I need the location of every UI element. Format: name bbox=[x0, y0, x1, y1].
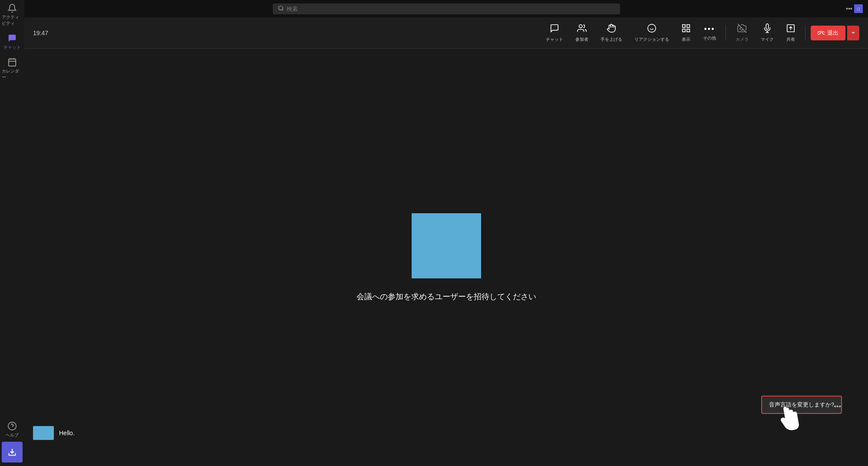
sidebar-item-calendar[interactable]: カレンダー bbox=[0, 54, 24, 84]
more-toolbar-icon: ••• bbox=[704, 25, 715, 34]
raise-hand-label: 手を上げる bbox=[601, 36, 622, 43]
help-label: ヘルプ bbox=[6, 432, 19, 438]
help-icon bbox=[7, 421, 17, 431]
search-input[interactable] bbox=[287, 6, 615, 12]
leave-button[interactable]: 退出 bbox=[811, 26, 845, 40]
more-label: その他 bbox=[703, 35, 716, 41]
react-icon bbox=[647, 23, 657, 35]
toolbar-mic-button[interactable]: マイク bbox=[756, 21, 778, 45]
svg-rect-0 bbox=[9, 59, 16, 66]
view-icon bbox=[681, 23, 691, 35]
window-maximize-button[interactable]: □ bbox=[854, 4, 863, 13]
leave-label: 退出 bbox=[827, 29, 838, 37]
meeting-placeholder: 会議への参加を求めるユーザーを招待してください bbox=[356, 213, 536, 302]
download-button[interactable] bbox=[2, 442, 23, 463]
calendar-icon bbox=[7, 57, 17, 67]
toolbar-actions: チャット 参加者 bbox=[541, 21, 859, 45]
bottom-chat: Hello. bbox=[24, 426, 868, 440]
mic-icon bbox=[762, 23, 772, 35]
sidebar-item-help[interactable]: ヘルプ bbox=[0, 418, 24, 442]
react-label: リアクションする bbox=[634, 36, 669, 43]
svg-line-8 bbox=[282, 9, 283, 10]
svg-point-9 bbox=[579, 24, 582, 27]
svg-point-10 bbox=[648, 24, 656, 32]
share-icon bbox=[786, 23, 795, 35]
main-area: ••• □ 19:47 チャット bbox=[24, 0, 868, 466]
chat-message: Hello. bbox=[33, 426, 859, 440]
participants-icon bbox=[577, 23, 587, 35]
toolbar-camera-button[interactable]: カメラ bbox=[731, 21, 753, 45]
chat-toolbar-icon bbox=[550, 23, 559, 35]
toolbar-view-button[interactable]: 表示 bbox=[677, 21, 695, 45]
time-display: 19:47 bbox=[33, 30, 48, 36]
voice-more-icon[interactable]: ••• bbox=[834, 403, 841, 410]
toolbar-separator-2 bbox=[805, 25, 805, 41]
top-bar-right: ••• □ bbox=[846, 4, 863, 13]
participants-label: 参加者 bbox=[575, 36, 588, 43]
activity-label: アクティビティ bbox=[2, 14, 23, 26]
chat-avatar bbox=[33, 426, 54, 440]
svg-rect-13 bbox=[683, 24, 685, 27]
mic-label: マイク bbox=[761, 36, 774, 43]
view-label: 表示 bbox=[682, 36, 690, 43]
svg-rect-14 bbox=[687, 24, 690, 27]
camera-label: カメラ bbox=[736, 36, 749, 43]
chat-label: チャット bbox=[3, 44, 21, 50]
svg-rect-16 bbox=[683, 29, 685, 31]
meeting-toolbar: 19:47 チャット bbox=[24, 17, 868, 49]
leave-chevron-button[interactable] bbox=[847, 26, 859, 40]
svg-line-17 bbox=[738, 23, 746, 32]
raise-hand-icon bbox=[607, 23, 616, 35]
toolbar-react-button[interactable]: リアクションする bbox=[630, 21, 673, 45]
calendar-label: カレンダー bbox=[2, 68, 23, 80]
svg-point-7 bbox=[278, 6, 282, 10]
sidebar-bottom: ヘルプ bbox=[0, 418, 24, 466]
toolbar-more-button[interactable]: ••• その他 bbox=[699, 22, 720, 44]
sidebar-item-activity[interactable]: アクティビティ bbox=[0, 0, 24, 30]
sidebar-item-chat[interactable]: チャット bbox=[0, 30, 24, 54]
top-bar: ••• □ bbox=[24, 0, 868, 17]
meeting-content: 会議への参加を求めるユーザーを招待してください Hello. 音声言語を変更しま… bbox=[24, 49, 868, 466]
chat-icon bbox=[7, 33, 17, 43]
camera-icon bbox=[737, 23, 747, 35]
share-label: 共有 bbox=[786, 36, 795, 43]
voice-notification: 音声言語を変更しますか? bbox=[761, 396, 842, 414]
svg-rect-15 bbox=[687, 29, 690, 31]
invite-text: 会議への参加を求めるユーザーを招待してください bbox=[356, 291, 536, 302]
toolbar-participants-button[interactable]: 参加者 bbox=[571, 21, 593, 45]
svg-point-4 bbox=[8, 422, 16, 430]
search-container bbox=[273, 3, 620, 14]
toolbar-share-button[interactable]: 共有 bbox=[782, 21, 800, 45]
toolbar-chat-button[interactable]: チャット bbox=[541, 21, 568, 45]
voice-notification-more[interactable]: ••• bbox=[834, 403, 841, 410]
toolbar-separator bbox=[726, 25, 726, 41]
toolbar-raise-hand-button[interactable]: 手を上げる bbox=[596, 21, 627, 45]
search-icon bbox=[278, 5, 284, 13]
leave-button-group: 退出 bbox=[811, 26, 859, 40]
chat-message-text: Hello. bbox=[59, 430, 75, 436]
top-more-icon[interactable]: ••• bbox=[846, 5, 852, 12]
chat-toolbar-label: チャット bbox=[546, 36, 563, 43]
participant-video-placeholder bbox=[412, 213, 481, 278]
activity-icon bbox=[7, 3, 17, 13]
sidebar: アクティビティ チャット カレンダー bbox=[0, 0, 24, 466]
